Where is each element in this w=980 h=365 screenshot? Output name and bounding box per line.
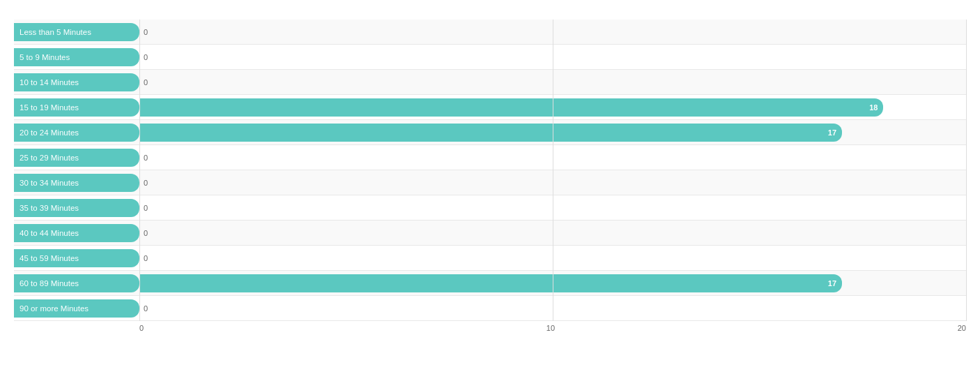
x-axis-label: 10 bbox=[546, 324, 555, 332]
x-axis-label: 20 bbox=[958, 324, 966, 332]
bar-row: 15 to 19 Minutes18 bbox=[14, 95, 966, 120]
bar-row: 35 to 39 Minutes0 bbox=[14, 195, 966, 221]
bar-area: 0 bbox=[139, 195, 966, 220]
bar-label: 20 to 24 Minutes bbox=[14, 124, 139, 142]
bar-label: Less than 5 Minutes bbox=[14, 23, 139, 41]
grid-line bbox=[966, 20, 967, 321]
bar-value: 17 bbox=[828, 279, 842, 288]
bar-label: 60 to 89 Minutes bbox=[14, 274, 139, 292]
bar-area: 17 bbox=[139, 271, 966, 295]
bar-area: 0 bbox=[139, 296, 966, 320]
bar-zero-value: 0 bbox=[144, 254, 148, 262]
bar-label: 35 to 39 Minutes bbox=[14, 199, 139, 217]
bar-label: 45 to 59 Minutes bbox=[14, 249, 139, 267]
bar-row: 10 to 14 Minutes0 bbox=[14, 70, 966, 95]
bar-row: 90 or more Minutes0 bbox=[14, 296, 966, 321]
bar-area: 17 bbox=[139, 120, 966, 144]
bar-zero-value: 0 bbox=[144, 78, 148, 87]
bar-row: 30 to 34 Minutes0 bbox=[14, 170, 966, 195]
bar-label: 30 to 34 Minutes bbox=[14, 174, 139, 192]
bar-row: 45 to 59 Minutes0 bbox=[14, 246, 966, 271]
bar-label: 40 to 44 Minutes bbox=[14, 224, 139, 242]
bar-area: 0 bbox=[139, 145, 966, 170]
bar-row: 20 to 24 Minutes17 bbox=[14, 120, 966, 145]
bar-area: 0 bbox=[139, 45, 966, 69]
bar-area: 0 bbox=[139, 170, 966, 195]
bar-fill: 17 bbox=[139, 274, 842, 292]
bar-area: 0 bbox=[139, 70, 966, 94]
bar-row: 25 to 29 Minutes0 bbox=[14, 145, 966, 170]
bar-row: 60 to 89 Minutes17 bbox=[14, 271, 966, 296]
bar-zero-value: 0 bbox=[144, 28, 148, 36]
bar-zero-value: 0 bbox=[144, 204, 148, 212]
bar-zero-value: 0 bbox=[144, 154, 148, 162]
bar-label: 90 or more Minutes bbox=[14, 299, 139, 318]
bar-zero-value: 0 bbox=[144, 229, 148, 237]
bar-zero-value: 0 bbox=[144, 53, 148, 61]
bar-label: 25 to 29 Minutes bbox=[14, 149, 139, 167]
bar-label: 10 to 14 Minutes bbox=[14, 73, 139, 91]
bar-area: 0 bbox=[139, 221, 966, 245]
bar-area: 18 bbox=[139, 95, 966, 119]
bar-row: 40 to 44 Minutes0 bbox=[14, 221, 966, 246]
x-axis-labels: 01020 bbox=[139, 324, 966, 332]
x-axis-label: 0 bbox=[139, 324, 144, 332]
bar-fill: 17 bbox=[139, 124, 842, 142]
chart-plot: Less than 5 Minutes05 to 9 Minutes010 to… bbox=[14, 20, 966, 321]
bar-area: 0 bbox=[139, 246, 966, 270]
chart-container: Less than 5 Minutes05 to 9 Minutes010 to… bbox=[0, 0, 980, 353]
bar-row: Less than 5 Minutes0 bbox=[14, 20, 966, 45]
bar-value: 17 bbox=[828, 128, 842, 137]
bar-label: 5 to 9 Minutes bbox=[14, 48, 139, 66]
x-axis: 01020 bbox=[14, 324, 966, 332]
bar-row: 5 to 9 Minutes0 bbox=[14, 45, 966, 70]
bar-zero-value: 0 bbox=[144, 179, 148, 187]
bar-label: 15 to 19 Minutes bbox=[14, 98, 139, 117]
bar-area: 0 bbox=[139, 20, 966, 44]
bar-value: 18 bbox=[869, 103, 883, 112]
bar-zero-value: 0 bbox=[144, 304, 148, 313]
bar-fill: 18 bbox=[139, 98, 883, 117]
